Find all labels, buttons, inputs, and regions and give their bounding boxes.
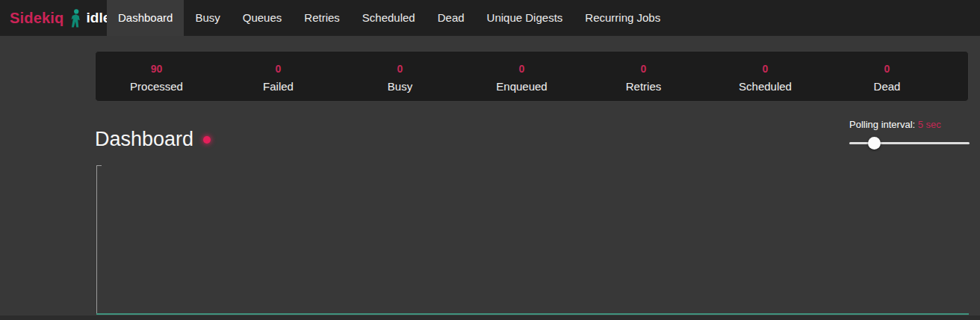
stat-scheduled-label: Scheduled	[704, 81, 826, 92]
nav-tab-scheduled[interactable]: Scheduled	[351, 0, 427, 36]
polling-interval-text: Polling interval: 5 sec	[849, 119, 970, 130]
polling-interval-slider[interactable]	[849, 137, 970, 150]
stat-failed: 0 Failed	[217, 52, 339, 101]
stat-dead-label: Dead	[826, 81, 948, 92]
slider-thumb[interactable]	[868, 137, 881, 150]
stat-scheduled-value: 0	[704, 64, 826, 74]
sidekiq-character-icon	[69, 9, 81, 28]
stat-retries-label: Retries	[583, 81, 704, 92]
nav-tab-busy[interactable]: Busy	[184, 0, 231, 36]
nav-tab-recurring-jobs[interactable]: Recurring Jobs	[574, 0, 672, 36]
polling-interval-value: 5 sec	[918, 119, 941, 130]
nav-tab-queues[interactable]: Queues	[232, 0, 294, 36]
polling-interval-control: Polling interval: 5 sec	[849, 119, 970, 150]
graph-y-axis	[96, 165, 97, 315]
realtime-graph	[95, 163, 969, 320]
stat-failed-value: 0	[217, 64, 339, 74]
stats-summary-bar: 90 Processed 0 Failed 0 Busy 0 Enqueued …	[95, 51, 969, 102]
nav-list: Dashboard Busy Queues Retries Scheduled …	[107, 0, 672, 36]
nav-tab-dead[interactable]: Dead	[427, 0, 476, 36]
brand-name: Sidekiq	[10, 10, 64, 27]
stat-dead: 0 Dead	[826, 52, 948, 101]
nav-tab-retries[interactable]: Retries	[293, 0, 351, 36]
page-title: Dashboard	[95, 128, 211, 151]
stat-scheduled: 0 Scheduled	[704, 52, 826, 101]
stat-retries-value: 0	[583, 64, 704, 74]
page-title-text: Dashboard	[95, 128, 193, 151]
stat-busy-value: 0	[339, 64, 461, 74]
live-poll-beacon-icon	[203, 136, 211, 144]
stat-processed-label: Processed	[96, 81, 217, 92]
stat-processed-value: 90	[96, 64, 217, 74]
sidekiq-logo-link[interactable]: Sidekiq idle	[10, 0, 111, 36]
stat-busy-label: Busy	[339, 81, 461, 92]
graph-zero-line	[96, 313, 969, 315]
graph-y-axis-tick	[96, 165, 102, 166]
stat-busy: 0 Busy	[339, 52, 461, 101]
stat-enqueued: 0 Enqueued	[461, 52, 583, 101]
graph-bottom-strip	[0, 316, 980, 320]
nav-tab-unique-digests[interactable]: Unique Digests	[476, 0, 574, 36]
stat-failed-label: Failed	[217, 81, 339, 92]
navbar: Sidekiq idle Dashboard Busy Queues Retri…	[0, 0, 980, 36]
stat-dead-value: 0	[826, 64, 948, 74]
nav-tab-dashboard[interactable]: Dashboard	[107, 0, 184, 36]
stat-processed: 90 Processed	[96, 52, 217, 101]
stat-enqueued-value: 0	[461, 64, 583, 74]
polling-interval-label: Polling interval:	[849, 119, 918, 130]
stat-retries: 0 Retries	[583, 52, 704, 101]
stat-enqueued-label: Enqueued	[461, 81, 583, 92]
